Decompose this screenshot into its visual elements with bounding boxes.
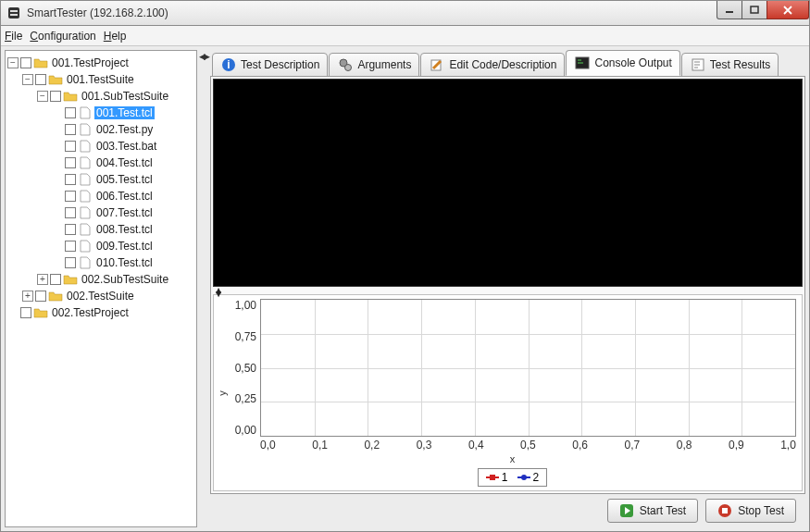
svg-point-8 bbox=[345, 65, 352, 71]
svg-rect-0 bbox=[8, 7, 19, 19]
start-test-button[interactable]: Start Test bbox=[607, 499, 698, 523]
tab-arguments[interactable]: Arguments bbox=[329, 53, 419, 77]
tree-node-subsuite[interactable]: + 002.SubTestSuite bbox=[37, 271, 194, 288]
stop-test-button[interactable]: Stop Test bbox=[705, 499, 796, 523]
file-icon bbox=[78, 223, 93, 236]
test-tree[interactable]: − 001.TestProject − 001.TestSuite bbox=[5, 50, 197, 527]
chart-legend: 1 2 bbox=[229, 464, 796, 487]
tree-node-suite[interactable]: + 002.TestSuite bbox=[22, 288, 194, 304]
file-icon bbox=[78, 206, 93, 219]
tree-node-file[interactable]: +006.Test.tcl bbox=[52, 188, 194, 204]
svg-rect-1 bbox=[10, 10, 18, 12]
tree-node-file[interactable]: +007.Test.tcl bbox=[52, 204, 194, 221]
folder-icon bbox=[33, 56, 48, 69]
tab-test-results[interactable]: Test Results bbox=[681, 53, 779, 77]
tree-node-project[interactable]: + 002.TestProject bbox=[7, 304, 194, 321]
stop-icon bbox=[717, 503, 732, 518]
folder-icon bbox=[33, 306, 48, 319]
svg-rect-14 bbox=[722, 508, 728, 513]
edit-icon bbox=[429, 57, 445, 72]
svg-rect-4 bbox=[751, 6, 758, 13]
file-icon bbox=[78, 156, 93, 169]
tree-node-suite[interactable]: − 001.TestSuite bbox=[22, 71, 194, 88]
window-title: SmartTester (192.168.2.100) bbox=[27, 6, 168, 19]
plot-canvas bbox=[260, 299, 796, 437]
tab-console-output[interactable]: Console Output bbox=[566, 50, 679, 76]
gears-icon bbox=[337, 57, 354, 72]
tree-node-project[interactable]: − 001.TestProject bbox=[7, 55, 194, 71]
console-icon bbox=[574, 56, 591, 70]
menu-bar: File Configuration Help bbox=[1, 26, 809, 46]
x-axis-label: x bbox=[229, 452, 796, 464]
folder-icon bbox=[63, 273, 78, 286]
menu-file[interactable]: File bbox=[5, 30, 22, 43]
file-icon bbox=[78, 256, 93, 269]
svg-text:i: i bbox=[227, 58, 230, 71]
menu-help[interactable]: Help bbox=[104, 30, 127, 43]
tree-node-file[interactable]: +010.Test.tcl bbox=[52, 254, 194, 271]
folder-icon bbox=[48, 73, 63, 86]
tree-node-file[interactable]: +002.Test.py bbox=[52, 121, 194, 138]
file-icon bbox=[78, 123, 93, 136]
tree-node-file[interactable]: +009.Test.tcl bbox=[52, 238, 194, 254]
tree-node-file[interactable]: +001.Test.tcl bbox=[52, 105, 194, 121]
console-output-area[interactable] bbox=[213, 79, 803, 287]
svg-rect-2 bbox=[10, 14, 18, 16]
minimize-button[interactable] bbox=[717, 1, 742, 19]
tree-node-file[interactable]: +004.Test.tcl bbox=[52, 155, 194, 171]
tree-node-file[interactable]: +003.Test.bat bbox=[52, 138, 194, 155]
file-icon bbox=[78, 240, 93, 253]
y-axis-label: y bbox=[217, 390, 228, 396]
results-icon bbox=[690, 57, 706, 72]
y-axis-ticks: 1,000,750,500,250,00 bbox=[229, 299, 260, 437]
info-icon: i bbox=[220, 57, 237, 72]
chart-area: y 1,000,750,500,250,00 0,00,10,20,30,40,… bbox=[213, 294, 803, 491]
tree-node-subsuite[interactable]: − 001.SubTestSuite bbox=[37, 88, 194, 105]
title-bar: SmartTester (192.168.2.100) bbox=[0, 0, 810, 26]
menu-configuration[interactable]: Configuration bbox=[30, 30, 95, 43]
file-icon bbox=[78, 140, 93, 153]
app-icon bbox=[6, 6, 21, 20]
tab-test-description[interactable]: i Test Description bbox=[212, 53, 328, 77]
svg-rect-3 bbox=[726, 11, 733, 13]
tree-node-file[interactable]: +005.Test.tcl bbox=[52, 171, 194, 188]
play-icon bbox=[619, 503, 634, 518]
folder-icon bbox=[48, 290, 63, 303]
file-icon bbox=[78, 190, 93, 203]
maximize-button[interactable] bbox=[741, 1, 767, 19]
file-icon bbox=[78, 173, 93, 186]
file-icon bbox=[78, 106, 93, 119]
horizontal-splitter[interactable]: ◀▶ bbox=[213, 287, 803, 294]
x-axis-ticks: 0,00,10,20,30,40,50,60,70,80,91,0 bbox=[260, 437, 796, 452]
tab-bar: i Test Description Arguments Edit Code/D… bbox=[210, 50, 805, 76]
close-button[interactable] bbox=[766, 1, 809, 19]
vertical-splitter[interactable]: ◀▶ bbox=[201, 50, 206, 527]
tree-node-file[interactable]: +008.Test.tcl bbox=[52, 221, 194, 238]
folder-icon bbox=[63, 90, 78, 103]
tab-edit-code[interactable]: Edit Code/Description bbox=[420, 53, 565, 77]
